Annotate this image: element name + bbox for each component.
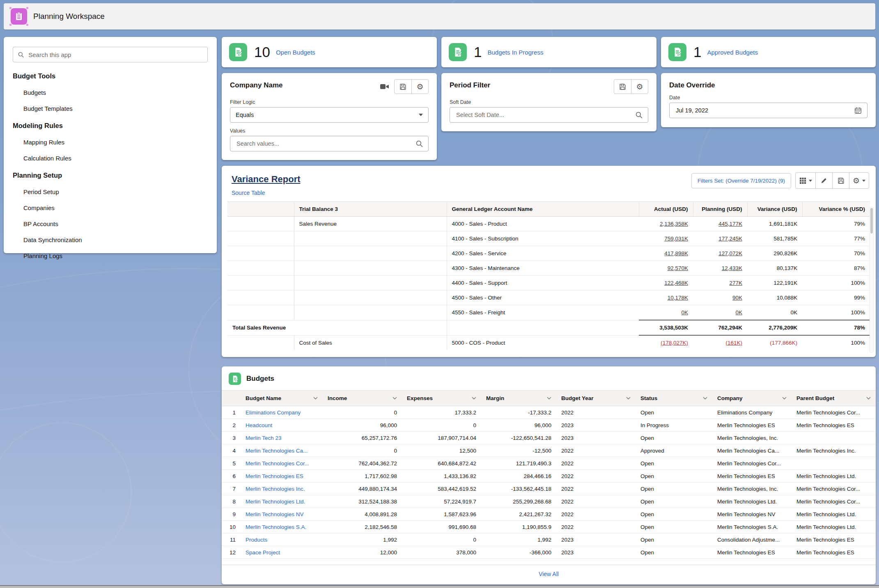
planning-cell-link[interactable]: (161K) xyxy=(725,340,742,346)
variance-row: Cost of Sales5000 - COS - Product(178,02… xyxy=(227,335,870,350)
trial-balance-cell xyxy=(294,276,447,291)
sidebar-item-mapping-rules[interactable]: Mapping Rules xyxy=(23,139,208,146)
budget-name-link[interactable]: Merlin Technologies NV xyxy=(246,511,304,517)
view-all-link[interactable]: View All xyxy=(539,571,559,577)
actual-cell-link[interactable]: 92,570K xyxy=(668,265,688,271)
expenses-cell: 991,690.68 xyxy=(402,521,481,533)
company-cell: Consolidation Adjustme... xyxy=(712,533,792,546)
actual-cell[interactable]: 759,031K xyxy=(639,231,693,246)
values-search-input[interactable] xyxy=(236,140,416,147)
soft-date-box[interactable] xyxy=(450,107,648,123)
calendar-icon[interactable] xyxy=(854,107,862,114)
col-header-company[interactable]: Company xyxy=(712,391,792,406)
search-input[interactable] xyxy=(28,51,202,59)
budget-name-link[interactable]: Merlin Technologies Ca... xyxy=(246,448,308,454)
col-header-budget-name[interactable]: Budget Name xyxy=(241,391,323,406)
budget-name-cell: Merlin Tech 23 xyxy=(241,432,323,444)
col-header-expenses[interactable]: Expenses xyxy=(402,391,481,406)
col-header-budget-year[interactable]: Budget Year xyxy=(556,391,636,406)
save-button[interactable] xyxy=(614,80,631,94)
planning-cell-link[interactable]: 127,072K xyxy=(718,250,742,256)
income-cell: 449,880,174.34 xyxy=(323,483,402,495)
sidebar: Budget Tools Budgets Budget Templates Mo… xyxy=(4,37,217,253)
budget-name-link[interactable]: Space Project xyxy=(246,549,280,556)
budget-name-link[interactable]: Merlin Technologies Ltd. xyxy=(246,499,305,505)
settings-button[interactable]: ⚙ xyxy=(849,173,869,188)
sidebar-item-period-setup[interactable]: Period Setup xyxy=(23,188,208,195)
budget-name-link[interactable]: Merlin Technologies Inc. xyxy=(246,486,305,492)
actual-cell[interactable]: 417,898K xyxy=(639,246,693,261)
settings-button[interactable]: ⚙ xyxy=(411,80,428,94)
approved-budgets-link[interactable]: Approved Budgets xyxy=(707,49,757,56)
variance-scrollbar-thumb[interactable] xyxy=(870,208,873,233)
planning-cell-link[interactable]: 177,245K xyxy=(718,236,742,242)
budget-name-link[interactable]: Merlin Technologies Cor... xyxy=(246,460,309,467)
open-budgets-link[interactable]: Open Budgets xyxy=(276,49,315,56)
actual-cell-link[interactable]: 2,136,358K xyxy=(660,221,688,227)
soft-date-input[interactable] xyxy=(455,111,636,119)
edit-button[interactable] xyxy=(815,173,832,188)
save-button[interactable] xyxy=(832,173,849,188)
budget-name-link[interactable]: Merlin Technologies ES xyxy=(246,473,303,479)
sidebar-item-calculation-rules[interactable]: Calculation Rules xyxy=(23,155,208,162)
actual-cell-link[interactable]: 122,468K xyxy=(664,280,688,286)
planning-cell-link[interactable]: 90K xyxy=(732,295,742,301)
budget-name-link[interactable]: Merlin Technologies S.A. xyxy=(246,524,306,530)
actual-cell-link[interactable]: 417,898K xyxy=(664,250,688,256)
actual-cell[interactable]: (178,027K) xyxy=(639,335,693,350)
actual-cell-link[interactable]: 759,031K xyxy=(664,236,688,242)
planning-cell[interactable]: 127,072K xyxy=(693,246,747,261)
filter-logic-select[interactable]: Equals xyxy=(230,107,429,123)
planning-cell-link[interactable]: 445,177K xyxy=(718,221,742,227)
planning-cell[interactable]: 0K xyxy=(693,305,747,320)
sidebar-item-budget-templates[interactable]: Budget Templates xyxy=(23,105,208,112)
filters-set-button[interactable]: Filters Set: (Override 7/19/2022) (9) xyxy=(691,173,791,188)
values-search-box[interactable] xyxy=(230,136,429,151)
budgets-in-progress-link[interactable]: Budgets In Progress xyxy=(487,49,543,56)
col-header-status[interactable]: Status xyxy=(636,391,712,406)
budget-name-link[interactable]: Products xyxy=(246,537,267,543)
date-label: Date xyxy=(669,95,868,101)
planning-cell[interactable]: 277K xyxy=(693,276,747,291)
col-header-parent-budget[interactable]: Parent Budget xyxy=(792,391,876,406)
col-header-margin[interactable]: Margin xyxy=(481,391,556,406)
planning-cell[interactable]: 90K xyxy=(693,291,747,305)
planning-cell[interactable]: 445,177K xyxy=(693,217,747,231)
table-view-button[interactable] xyxy=(796,173,815,188)
sidebar-item-companies[interactable]: Companies xyxy=(23,204,208,211)
save-button[interactable] xyxy=(395,80,411,94)
app-search-box[interactable] xyxy=(13,47,208,62)
date-input[interactable] xyxy=(675,107,854,114)
planning-cell-link[interactable]: 12,433K xyxy=(722,265,742,271)
sidebar-item-budgets[interactable]: Budgets xyxy=(23,89,208,96)
actual-cell-link[interactable]: (178,027K) xyxy=(661,340,688,346)
sidebar-item-bp-accounts[interactable]: BP Accounts xyxy=(23,220,208,227)
planning-cell[interactable]: 177,245K xyxy=(693,231,747,246)
sidebar-item-planning-logs[interactable]: Planning Logs xyxy=(23,252,208,259)
video-camera-icon[interactable] xyxy=(380,83,389,90)
settings-button[interactable]: ⚙ xyxy=(631,80,648,94)
date-field[interactable] xyxy=(669,103,868,118)
actual-cell[interactable]: 10,178K xyxy=(639,291,693,305)
budget-name-link[interactable]: Eliminations Company xyxy=(246,410,301,416)
budget-name-link[interactable]: Headcount xyxy=(246,422,272,428)
actual-cell-link[interactable]: 10,178K xyxy=(668,295,688,301)
col-header-empty xyxy=(227,202,294,217)
planning-cell-link[interactable]: 277K xyxy=(729,280,742,286)
planning-cell[interactable]: 12,433K xyxy=(693,261,747,276)
planning-cell-link[interactable]: 0K xyxy=(735,309,742,316)
actual-cell[interactable]: 92,570K xyxy=(639,261,693,276)
actual-cell[interactable]: 2,136,358K xyxy=(639,217,693,231)
actual-cell[interactable]: 0K xyxy=(639,305,693,320)
actual-cell[interactable]: 122,468K xyxy=(639,276,693,291)
planning-cell[interactable]: (161K) xyxy=(693,335,747,350)
variance-total-row: Total Sales Revenue3,538,503K762,294K2,7… xyxy=(227,320,870,335)
source-table-link[interactable]: Source Table xyxy=(232,190,265,196)
actual-cell-link[interactable]: 0K xyxy=(681,309,688,316)
budget-name-link[interactable]: Merlin Tech 23 xyxy=(246,435,282,441)
variance-scrollbar[interactable] xyxy=(870,207,874,353)
col-header-income[interactable]: Income xyxy=(323,391,402,406)
sidebar-item-data-synchronization[interactable]: Data Synchronization xyxy=(23,236,208,243)
variance-report-title[interactable]: Variance Report xyxy=(232,174,301,185)
date-override-card: Date Override Date xyxy=(661,73,876,127)
